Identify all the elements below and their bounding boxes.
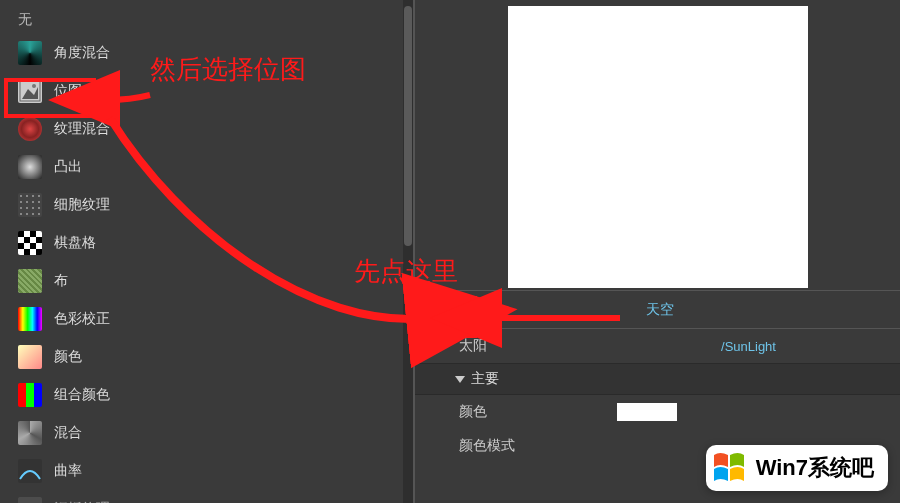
sun-value: /SunLight — [617, 339, 880, 354]
material-none[interactable]: 无 — [0, 6, 413, 34]
texture-blend-icon — [18, 117, 42, 141]
item-label: 角度混合 — [54, 44, 110, 62]
scroll-thumb[interactable] — [404, 6, 412, 246]
windows-logo-icon — [710, 449, 748, 487]
bitmap-icon — [18, 79, 42, 103]
sun-label: 太阳 — [459, 337, 609, 355]
item-label: 细胞纹理 — [54, 196, 110, 214]
props-header: 天空 — [415, 291, 900, 329]
color-row[interactable]: 颜色 — [415, 395, 900, 429]
color-mode-label: 颜色模式 — [459, 437, 609, 455]
main-section-header[interactable]: 主要 — [415, 363, 900, 395]
material-item-dirt[interactable]: 污垢纹理 — [0, 490, 413, 503]
checker-icon — [18, 231, 42, 255]
material-item-bulge[interactable]: 凸出 — [0, 148, 413, 186]
material-item-mix[interactable]: 混合 — [0, 414, 413, 452]
material-item-angle-blend[interactable]: 角度混合 — [0, 34, 413, 72]
watermark: Win7系统吧 — [706, 445, 888, 491]
chevron-down-icon — [455, 376, 465, 383]
watermark-text: Win7系统吧 — [756, 453, 874, 483]
preview-canvas — [508, 6, 808, 288]
item-label: 凸出 — [54, 158, 82, 176]
item-label: 棋盘格 — [54, 234, 96, 252]
menu-button[interactable] — [421, 293, 459, 327]
section-label: 主要 — [471, 370, 499, 388]
properties-panel: 天空 太阳 /SunLight 主要 颜色 颜色模式 — [415, 0, 900, 503]
item-label: 组合颜色 — [54, 386, 110, 404]
item-label: 位图 — [54, 82, 82, 100]
curvature-icon — [18, 459, 42, 483]
cell-icon — [18, 193, 42, 217]
item-label: 混合 — [54, 424, 82, 442]
item-label: 色彩校正 — [54, 310, 110, 328]
combine-color-icon — [18, 383, 42, 407]
item-label: 颜色 — [54, 348, 82, 366]
color-swatch[interactable] — [617, 403, 677, 421]
material-item-combine-color[interactable]: 组合颜色 — [0, 376, 413, 414]
material-item-checker[interactable]: 棋盘格 — [0, 224, 413, 262]
color-correct-icon — [18, 307, 42, 331]
hamburger-icon — [430, 303, 450, 317]
bulge-icon — [18, 155, 42, 179]
material-item-cell[interactable]: 细胞纹理 — [0, 186, 413, 224]
mix-icon — [18, 421, 42, 445]
angle-blend-icon — [18, 41, 42, 65]
item-label: 曲率 — [54, 462, 82, 480]
material-item-texture-blend[interactable]: 纹理混合 — [0, 110, 413, 148]
sky-title: 天空 — [459, 301, 900, 319]
material-item-bitmap[interactable]: 位图 — [0, 72, 413, 110]
item-label: 纹理混合 — [54, 120, 110, 138]
material-item-curvature[interactable]: 曲率 — [0, 452, 413, 490]
color-label: 颜色 — [459, 403, 609, 421]
material-item-color[interactable]: 颜色 — [0, 338, 413, 376]
scrollbar[interactable] — [403, 0, 413, 503]
material-item-cloth[interactable]: 布 — [0, 262, 413, 300]
dirt-icon — [18, 497, 42, 503]
preview-area — [415, 0, 900, 290]
color-icon — [18, 345, 42, 369]
material-item-color-correct[interactable]: 色彩校正 — [0, 300, 413, 338]
cloth-icon — [18, 269, 42, 293]
sun-row[interactable]: 太阳 /SunLight — [415, 329, 900, 363]
material-type-panel: 无 角度混合 位图 纹理混合 凸出 细胞纹理 — [0, 0, 415, 503]
item-label: 布 — [54, 272, 68, 290]
svg-point-2 — [32, 84, 36, 88]
